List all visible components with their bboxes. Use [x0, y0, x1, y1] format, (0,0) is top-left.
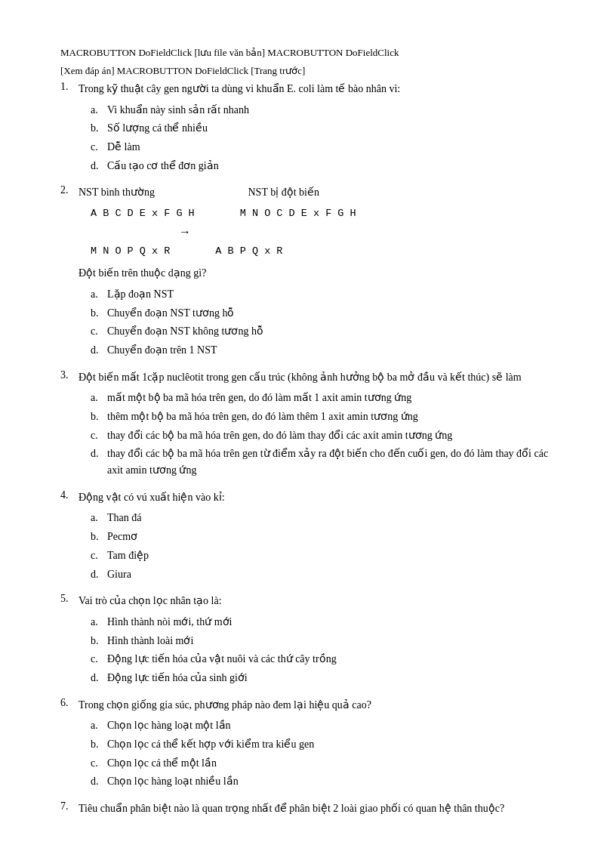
question-7: 7. Tiêu chuẩn phân biệt nào là quan trọn… — [60, 800, 556, 817]
q3-num: 3. — [60, 369, 79, 381]
list-item: b. Pecmơ — [91, 529, 556, 545]
q6-options: a. Chọn lọc hàng loạt một lần b. Chọn lọ… — [60, 717, 556, 790]
q3-text: Đột biến mất 1cặp nuclêotit trong gen cấ… — [79, 369, 556, 386]
list-item: b. Chọn lọc cá thể kết hợp với kiểm tra … — [91, 736, 556, 753]
q5-num: 5. — [60, 593, 79, 605]
list-item: b. Chuyển đoạn NST tương hỗ — [91, 305, 556, 322]
list-item: c. Động lực tiến hóa của vật nuôi và các… — [91, 651, 556, 668]
q4-options: a. Than đá b. Pecmơ c. Tam điệp d. Giura — [60, 510, 556, 582]
list-item: b. Số lượng cá thể nhiều — [91, 120, 556, 137]
opt-text: Cấu tạo cơ thể đơn giản — [107, 158, 556, 174]
list-item: b. thêm một bộ ba mã hóa trên gen, do đó… — [91, 409, 556, 425]
list-item: a. Vi khuẩn này sinh sản rất nhanh — [91, 102, 556, 119]
q7-text: Tiêu chuẩn phân biệt nào là quan trọng n… — [79, 800, 556, 817]
opt-text: Hình thành loài mới — [107, 633, 556, 649]
opt-text: Chọn lọc hàng loạt nhiều lần — [107, 773, 556, 790]
nst-diagram: A B C D E x F G H M N O C D E x F G H → … — [79, 205, 556, 261]
opt-label: d. — [91, 566, 107, 583]
opt-text: Than đá — [107, 510, 556, 526]
opt-text: Chuyển đoạn trên 1 NST — [107, 342, 556, 359]
list-item: c. Dễ làm — [91, 139, 556, 156]
opt-text: Hình thành nòi mới, thứ mới — [107, 614, 556, 631]
opt-label: a. — [91, 510, 107, 526]
opt-label: c. — [91, 139, 107, 156]
opt-text: Pecmơ — [107, 529, 556, 545]
opt-text: thêm một bộ ba mã hóa trên gen, do đó là… — [107, 409, 556, 425]
opt-text: Chọn lọc hàng loạt một lần — [107, 717, 556, 734]
opt-label: b. — [91, 120, 107, 137]
q5-text: Vai trò của chọn lọc nhân tạo là: — [79, 593, 556, 609]
list-item: c. Chọn lọc cá thể một lần — [91, 755, 556, 772]
list-item: c. thay đổi các bộ ba mã hóa trên gen, d… — [91, 427, 556, 444]
list-item: a. Lặp đoạn NST — [91, 286, 556, 303]
list-item: c. Chuyển đoạn NST không tương hỗ — [91, 323, 556, 340]
q2-text: NST bình thường NST bị đột biến A B C D … — [79, 184, 556, 281]
list-item: d. Chuyển đoạn trên 1 NST — [91, 342, 556, 359]
list-item: a. Hình thành nòi mới, thứ mới — [91, 614, 556, 631]
opt-label: a. — [91, 102, 107, 119]
opt-text: mất một bộ ba mã hóa trên gen, do đó làm… — [107, 390, 556, 406]
q1-options: a. Vi khuẩn này sinh sản rất nhanh b. Số… — [60, 102, 556, 174]
opt-text: Dễ làm — [107, 139, 556, 156]
opt-label: d. — [91, 670, 107, 686]
opt-text: Chuyển đoạn NST không tương hỗ — [107, 323, 556, 340]
opt-label: b. — [91, 529, 107, 545]
opt-text: Động lực tiến hóa của sinh giới — [107, 670, 556, 686]
q2-num: 2. — [60, 184, 79, 196]
opt-label: d. — [91, 342, 107, 359]
opt-label: a. — [91, 614, 107, 631]
opt-text: Vi khuẩn này sinh sản rất nhanh — [107, 102, 556, 119]
list-item: d. Giura — [91, 566, 556, 583]
opt-text: Chọn lọc cá thể kết hợp với kiểm tra kiể… — [107, 736, 556, 753]
header-line2: [Xem đáp án] MACROBUTTON DoFieldClick [T… — [60, 63, 556, 79]
opt-text: Tam điệp — [107, 547, 556, 564]
question-2: 2. NST bình thường NST bị đột biến A B C… — [60, 184, 556, 358]
q1-num: 1. — [60, 81, 79, 93]
opt-text: Lặp đoạn NST — [107, 286, 556, 303]
list-item: b. Hình thành loài mới — [91, 633, 556, 649]
opt-label: d. — [91, 158, 107, 174]
question-3: 3. Đột biến mất 1cặp nuclêotit trong gen… — [60, 369, 556, 479]
opt-text: thay đổi các bộ ba mã hóa trên gen từ đi… — [107, 446, 556, 478]
list-item: a. mất một bộ ba mã hóa trên gen, do đó … — [91, 390, 556, 406]
question-6: 6. Trong chọn giống gia súc, phương pháp… — [60, 697, 556, 790]
q5-options: a. Hình thành nòi mới, thứ mới b. Hình t… — [60, 614, 556, 686]
list-item: a. Than đá — [91, 510, 556, 526]
opt-text: Động lực tiến hóa của vật nuôi và các th… — [107, 651, 556, 668]
opt-label: a. — [91, 717, 107, 734]
header: MACROBUTTON DoFieldClick [lưu file văn b… — [60, 45, 556, 78]
opt-label: b. — [91, 736, 107, 753]
opt-label: d. — [91, 446, 107, 462]
opt-text: thay đổi các bộ ba mã hóa trên gen, do đ… — [107, 427, 556, 444]
opt-label: d. — [91, 773, 107, 790]
opt-label: c. — [91, 755, 107, 772]
opt-label: a. — [91, 286, 107, 303]
q4-text: Động vật có vú xuất hiện vào kỉ: — [79, 489, 556, 506]
nst-arrow: → — [91, 223, 556, 243]
list-item: c. Tam điệp — [91, 547, 556, 564]
q3-options: a. mất một bộ ba mã hóa trên gen, do đó … — [60, 390, 556, 478]
opt-label: b. — [91, 305, 107, 322]
opt-text: Chuyển đoạn NST tương hỗ — [107, 305, 556, 322]
list-item: d. thay đổi các bộ ba mã hóa trên gen từ… — [91, 446, 556, 478]
nst-row1-right: M N O C D E x F G H — [240, 205, 356, 223]
question-1: 1. Trong kỹ thuật cây gen người ta dùng … — [60, 81, 556, 174]
opt-text: Số lượng cá thể nhiều — [107, 120, 556, 137]
question-5: 5. Vai trò của chọn lọc nhân tạo là: a. … — [60, 593, 556, 686]
opt-label: b. — [91, 409, 107, 425]
nst-row1-left: A B C D E x F G H — [91, 205, 195, 223]
opt-label: c. — [91, 651, 107, 668]
header-line1: MACROBUTTON DoFieldClick [lưu file văn b… — [60, 45, 556, 60]
list-item: d. Cấu tạo cơ thể đơn giản — [91, 158, 556, 174]
opt-label: c. — [91, 323, 107, 340]
q6-num: 6. — [60, 697, 79, 709]
q7-num: 7. — [60, 800, 79, 813]
q1-text: Trong kỹ thuật cây gen người ta dùng vi … — [79, 81, 556, 97]
questions-list: 1. Trong kỹ thuật cây gen người ta dùng … — [60, 81, 556, 817]
opt-text: Chọn lọc cá thể một lần — [107, 755, 556, 772]
opt-label: b. — [91, 633, 107, 649]
q4-num: 4. — [60, 489, 79, 501]
opt-label: c. — [91, 427, 107, 444]
opt-label: c. — [91, 547, 107, 564]
q2-suffix: Đột biến trên thuộc dạng gì? — [79, 265, 556, 282]
